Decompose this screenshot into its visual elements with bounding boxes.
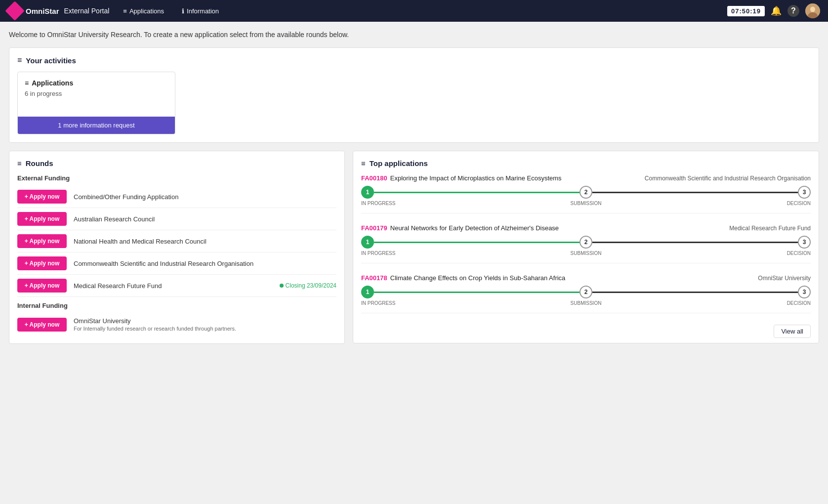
app-title-fa00178: Climate Change Effects on Crop Yields in… [390,274,566,282]
logo-diamond [5,1,25,21]
round-row-combined: + Apply now Combined/Other Funding Appli… [17,186,336,208]
rounds-icon: ≡ [17,159,22,168]
apply-nhmrc-button[interactable]: + Apply now [17,234,67,248]
closing-badge-mrff: Closing 23/09/2024 [280,282,336,289]
round-row-omnistar: + Apply now OmniStar University For Inte… [17,313,336,336]
app-entry-fa00180: FA00180 Exploring the Impact of Micropla… [361,174,811,213]
round-label-omnistar: OmniStar University For Internally funde… [74,317,336,332]
app-id-fa00178[interactable]: FA00178 [361,274,387,282]
progress-fa00178: 1 2 3 [361,286,811,298]
prog-step-3-fa00179: 3 [798,236,811,249]
prog-circle-1-fa00179: 1 [361,236,374,249]
app-header-fa00178: FA00178 Climate Change Effects on Crop Y… [361,274,811,282]
apply-csiro-button[interactable]: + Apply now [17,256,67,270]
prog-label-decision-fa00180: DECISION [661,201,811,206]
prog-label-inprogress-fa00180: IN PROGRESS [361,201,511,206]
round-row-csiro: + Apply now Commonwealth Scientific and … [17,252,336,275]
nav-applications[interactable]: ≡ Applications [119,5,168,17]
progress-fa00180: 1 2 3 [361,186,811,199]
portal-label: External Portal [64,7,110,15]
prog-step-1-fa00180: 1 [361,186,374,199]
timer-display: 07:50:19 [727,6,765,16]
prog-labels-fa00180: IN PROGRESS SUBMISSION DECISION [361,201,811,206]
avatar[interactable] [805,3,820,18]
prog-circle-1-fa00180: 1 [361,186,374,199]
round-label-combined: Combined/Other Funding Application [74,193,336,201]
prog-circle-2-fa00179: 2 [580,236,592,249]
nav-information-label: Information [187,7,219,15]
rounds-title: ≡ Rounds [17,159,336,168]
prog-label-decision-fa00178: DECISION [661,300,811,306]
prog-line-2-fa00178 [592,292,798,293]
applications-card[interactable]: ≡ Applications 6 in progress 1 more info… [17,72,175,134]
round-row-nhmrc: + Apply now National Health and Medical … [17,230,336,252]
nav-information-icon: ℹ [182,7,184,15]
nav-applications-label: Applications [129,7,164,15]
rounds-column: ≡ Rounds External Funding + Apply now Co… [9,151,345,352]
nav-right: 07:50:19 🔔 ? [727,3,820,18]
round-row-arc: + Apply now Australian Research Council [17,208,336,230]
prog-line-1-fa00178 [374,292,580,293]
prog-line-2-fa00179 [592,242,798,243]
prog-label-submission-fa00180: SUBMISSION [511,201,661,206]
prog-step-2-fa00180: 2 [580,186,592,199]
prog-circle-3-fa00178: 3 [798,286,811,298]
app-org-fa00178: OmniStar University [568,275,811,282]
your-activities-panel: ≡ Your activities ≡ Applications 6 in pr… [9,47,819,143]
prog-labels-fa00179: IN PROGRESS SUBMISSION DECISION [361,251,811,256]
view-all-button[interactable]: View all [774,325,811,338]
external-funding-heading: External Funding [17,174,336,182]
app-id-fa00180[interactable]: FA00180 [361,174,387,182]
welcome-text: Welcome to OmniStar University Research.… [9,31,819,39]
app-header-fa00180: FA00180 Exploring the Impact of Micropla… [361,174,811,182]
apply-omnistar-button[interactable]: + Apply now [17,318,67,332]
brand: OmniStar External Portal [8,4,109,18]
nav-information[interactable]: ℹ Information [178,5,223,17]
navbar: OmniStar External Portal ≡ Applications … [0,0,828,22]
round-row-mrff: + Apply now Medical Research Future Fund… [17,275,336,297]
applications-card-icon: ≡ [25,79,29,87]
round-label-nhmrc: National Health and Medical Research Cou… [74,238,336,245]
apply-mrff-button[interactable]: + Apply now [17,279,67,293]
round-label-mrff: Medical Research Future Fund [74,282,273,290]
round-label-csiro: Commonwealth Scientific and Industrial R… [74,260,336,267]
applications-count: 6 in progress [25,90,168,97]
view-all-row: View all [361,324,811,335]
svg-point-1 [810,7,815,12]
prog-circle-3-fa00180: 3 [798,186,811,199]
prog-label-inprogress-fa00178: IN PROGRESS [361,300,511,306]
more-info-request-button[interactable]: 1 more information request [18,117,175,134]
prog-step-2-fa00179: 2 [580,236,592,249]
round-label-arc: Australian Research Council [74,215,336,223]
prog-step-3-fa00180: 3 [798,186,811,199]
app-entry-fa00179: FA00179 Neural Networks for Early Detect… [361,224,811,263]
prog-circle-3-fa00179: 3 [798,236,811,249]
rounds-panel: ≡ Rounds External Funding + Apply now Co… [9,151,345,344]
brand-name: OmniStar [26,7,59,15]
notification-icon[interactable]: 🔔 [771,5,782,16]
prog-line-2-fa00180 [592,192,798,193]
top-applications-panel: ≡ Top applications FA00180 Exploring the… [353,151,819,343]
applications-card-title: ≡ Applications [25,79,168,87]
prog-circle-1-fa00178: 1 [361,286,374,298]
apply-arc-button[interactable]: + Apply now [17,212,67,226]
apply-combined-button[interactable]: + Apply now [17,190,67,204]
help-icon[interactable]: ? [787,5,799,17]
app-id-fa00179[interactable]: FA00179 [361,224,387,232]
prog-circle-2-fa00178: 2 [580,286,592,298]
activities-card-body: ≡ Applications 6 in progress [18,72,175,117]
prog-step-1-fa00178: 1 [361,286,374,298]
prog-label-decision-fa00179: DECISION [661,251,811,256]
app-org-fa00180: Commonwealth Scientific and Industrial R… [565,175,811,182]
app-header-fa00179: FA00179 Neural Networks for Early Detect… [361,224,811,232]
progress-fa00179: 1 2 3 [361,236,811,249]
prog-label-inprogress-fa00179: IN PROGRESS [361,251,511,256]
prog-labels-fa00178: IN PROGRESS SUBMISSION DECISION [361,300,811,306]
activities-icon: ≡ [17,56,22,65]
internal-funding-heading: Internal Funding [17,302,336,309]
logo-icon [8,4,22,18]
your-activities-title: ≡ Your activities [17,56,811,65]
two-col-layout: ≡ Rounds External Funding + Apply now Co… [9,151,819,352]
top-applications-column: ≡ Top applications FA00180 Exploring the… [353,151,819,351]
top-applications-title: ≡ Top applications [361,159,811,168]
